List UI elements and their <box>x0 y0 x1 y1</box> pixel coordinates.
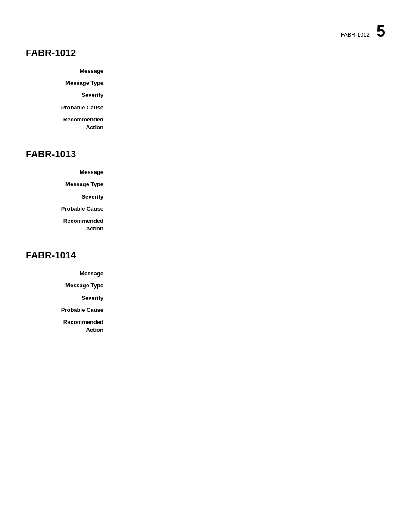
field-row-fabr-1014-1: Message Type <box>26 282 385 289</box>
section-fabr-1014: FABR-1014MessageMessage TypeSeverityProb… <box>26 250 385 334</box>
field-value-fabr-1013-3 <box>112 205 385 213</box>
section-fabr-1012: FABR-1012MessageMessage TypeSeverityProb… <box>26 47 385 131</box>
field-row-fabr-1014-3: Probable Cause <box>26 306 385 314</box>
field-label-fabr-1013-1: Message Type <box>26 180 112 188</box>
field-label-fabr-1013-4: RecommendedAction <box>26 217 112 233</box>
field-value-fabr-1013-0 <box>112 168 385 176</box>
section-title-fabr-1012: FABR-1012 <box>26 47 385 59</box>
field-row-fabr-1012-2: Severity <box>26 91 385 99</box>
field-value-fabr-1014-4 <box>112 318 385 334</box>
field-label-fabr-1013-3: Probable Cause <box>26 205 112 213</box>
field-label-fabr-1012-1: Message Type <box>26 79 112 87</box>
field-label-fabr-1014-0: Message <box>26 270 112 277</box>
field-value-fabr-1013-4 <box>112 217 385 233</box>
field-value-fabr-1014-2 <box>112 294 385 302</box>
section-title-fabr-1013: FABR-1013 <box>26 149 385 160</box>
section-title-fabr-1014: FABR-1014 <box>26 250 385 261</box>
field-row-fabr-1013-1: Message Type <box>26 180 385 188</box>
field-value-fabr-1012-4 <box>112 116 385 131</box>
field-row-fabr-1014-0: Message <box>26 270 385 277</box>
field-row-fabr-1013-4: RecommendedAction <box>26 217 385 233</box>
field-label-fabr-1012-0: Message <box>26 67 112 75</box>
field-row-fabr-1013-0: Message <box>26 168 385 176</box>
field-row-fabr-1012-4: RecommendedAction <box>26 116 385 131</box>
field-label-fabr-1013-0: Message <box>26 168 112 176</box>
field-value-fabr-1014-3 <box>112 306 385 314</box>
field-row-fabr-1013-3: Probable Cause <box>26 205 385 213</box>
field-label-fabr-1014-4: RecommendedAction <box>26 318 112 334</box>
field-label-fabr-1013-2: Severity <box>26 193 112 201</box>
field-row-fabr-1012-3: Probable Cause <box>26 104 385 112</box>
field-label-fabr-1014-1: Message Type <box>26 282 112 289</box>
field-value-fabr-1013-1 <box>112 180 385 188</box>
field-row-fabr-1012-1: Message Type <box>26 79 385 87</box>
field-label-fabr-1014-2: Severity <box>26 294 112 302</box>
field-value-fabr-1014-0 <box>112 270 385 277</box>
field-label-fabr-1012-4: RecommendedAction <box>26 116 112 131</box>
field-value-fabr-1012-1 <box>112 79 385 87</box>
field-row-fabr-1014-2: Severity <box>26 294 385 302</box>
field-label-fabr-1012-2: Severity <box>26 91 112 99</box>
header-page-num: 5 <box>377 22 385 40</box>
field-row-fabr-1013-2: Severity <box>26 193 385 201</box>
field-value-fabr-1013-2 <box>112 193 385 201</box>
field-label-fabr-1012-3: Probable Cause <box>26 104 112 112</box>
field-row-fabr-1014-4: RecommendedAction <box>26 318 385 334</box>
header-doc-id: FABR-1012 <box>341 31 370 38</box>
main-content: FABR-1012MessageMessage TypeSeverityProb… <box>0 0 411 377</box>
section-fabr-1013: FABR-1013MessageMessage TypeSeverityProb… <box>26 149 385 233</box>
field-value-fabr-1012-3 <box>112 104 385 112</box>
field-label-fabr-1014-3: Probable Cause <box>26 306 112 314</box>
field-row-fabr-1012-0: Message <box>26 67 385 75</box>
field-value-fabr-1014-1 <box>112 282 385 289</box>
field-value-fabr-1012-2 <box>112 91 385 99</box>
field-value-fabr-1012-0 <box>112 67 385 75</box>
